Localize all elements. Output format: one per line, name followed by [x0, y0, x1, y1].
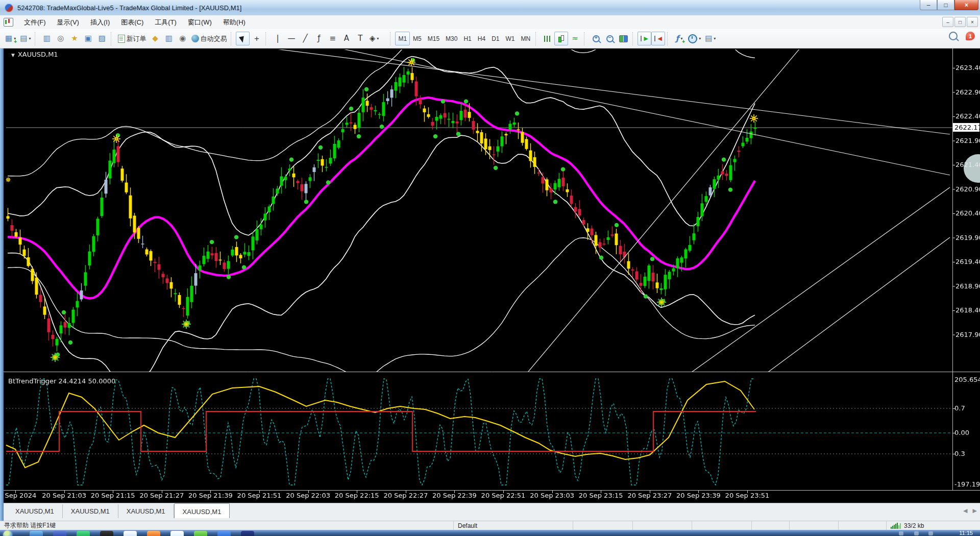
mdi-minimize-button[interactable]: –	[942, 17, 953, 27]
start-button[interactable]	[3, 530, 12, 536]
maximize-button[interactable]: □	[937, 0, 954, 10]
mdi-close-button[interactable]: ×	[967, 17, 978, 27]
chart-tab-2[interactable]: XAUUSD,M1	[63, 504, 118, 518]
status-cell	[752, 521, 790, 530]
time-axis-label: 20 Sep 23:27	[627, 492, 672, 499]
status-cell	[692, 521, 752, 530]
taskbar-icon-internet-explorer[interactable]	[30, 531, 43, 536]
speaker-icon: ◉	[179, 35, 186, 42]
symbol-label[interactable]: ▼XAUUSD,M1	[11, 51, 58, 58]
bar-chart-button[interactable]	[541, 32, 554, 45]
autotrading-button[interactable]: 自动交易	[189, 32, 229, 45]
menu-item[interactable]: 文件(F)	[18, 16, 52, 28]
taskbar-icon-finance-app[interactable]	[241, 531, 254, 536]
chart-window-icon[interactable]	[4, 18, 13, 27]
new-order-button[interactable]: 新订单	[116, 32, 148, 45]
taskbar-clock[interactable]: 11:15	[959, 530, 973, 536]
taskbar-icon-cloud-app[interactable]	[170, 531, 184, 536]
menu-item[interactable]: 窗口(W)	[182, 16, 217, 28]
timeframe-mn[interactable]: MN	[518, 32, 533, 45]
cursor-button[interactable]	[236, 32, 250, 45]
profiles-button[interactable]: ▤ ▾	[18, 32, 33, 45]
menu-item[interactable]: 帮助(H)	[217, 16, 251, 28]
timeframe-m15[interactable]: M15	[425, 32, 443, 45]
taskbar-icon-chat-app[interactable]	[194, 531, 207, 536]
close-button[interactable]: ×	[954, 0, 978, 10]
data-window-button[interactable]: ◎	[54, 32, 67, 45]
chart-shift-button[interactable]: ◀	[651, 32, 665, 45]
economic-calendar-button[interactable]: ▥	[162, 32, 176, 45]
auto-scroll-button[interactable]: ▶	[638, 32, 651, 45]
profile-text: Default	[458, 522, 477, 529]
zoom-in-button[interactable]: +	[589, 32, 603, 45]
menu-item[interactable]: 显示(V)	[52, 16, 85, 28]
line-chart-icon: ≈	[572, 35, 578, 42]
price-axis-label: 2618.40	[955, 306, 980, 314]
search-icon[interactable]	[949, 32, 958, 40]
timeframe-m5[interactable]: M5	[410, 32, 425, 45]
notifications-badge[interactable]: 1	[966, 32, 975, 40]
label-button[interactable]: T	[353, 32, 367, 45]
line-chart-button[interactable]: ≈	[568, 32, 582, 45]
depth-of-market-icon: ◆	[152, 35, 158, 42]
chart-shift-icon: ◀	[657, 36, 662, 41]
menu-item[interactable]: 图表(C)	[115, 16, 149, 28]
toolbar-separator	[231, 32, 234, 45]
taskbar-icon-firefox[interactable]	[147, 531, 160, 536]
taskbar-icon-notes-app[interactable]	[77, 531, 90, 536]
timeframe-m30[interactable]: M30	[443, 32, 460, 45]
candlestick-chart-button[interactable]	[554, 32, 568, 45]
plus-icon: +	[14, 39, 17, 44]
chart-tab-4[interactable]: XAUUSD,M1	[174, 503, 230, 518]
tab-scroll-left-icon[interactable]: ◀	[963, 507, 967, 514]
toolbar-separator	[35, 32, 38, 45]
timeframe-h1[interactable]: H1	[460, 32, 474, 45]
menu-item[interactable]: 插入(I)	[85, 16, 115, 28]
tile-windows-button[interactable]	[617, 32, 630, 45]
indicators-button[interactable]: ƒ+▾	[672, 32, 686, 45]
taskbar-icon-contacts-app[interactable]	[53, 531, 66, 536]
taskbar-icon-mail-app[interactable]	[217, 531, 231, 536]
menu-item[interactable]: 工具(T)	[149, 16, 182, 28]
zoom-out-button[interactable]: −	[603, 32, 617, 45]
taskbar-icon-music-app[interactable]	[100, 531, 113, 536]
time-axis-label: 20 Sep 23:03	[530, 492, 574, 499]
alerts-button[interactable]: ◉	[176, 32, 189, 45]
fibonacci-button[interactable]: ≡	[326, 32, 339, 45]
equidistant-channel-button[interactable]: ƒ	[312, 32, 326, 45]
tray-icon[interactable]	[914, 531, 919, 535]
periods-button[interactable]: ▾	[686, 32, 703, 45]
horizontal-line-button[interactable]: —	[284, 32, 298, 45]
timeframe-w1[interactable]: W1	[502, 32, 518, 45]
chart-canvas[interactable]	[0, 48, 980, 503]
new-chart-button[interactable]: ▦ + ▾	[3, 32, 18, 45]
vertical-line-button[interactable]: |	[271, 32, 284, 45]
mdi-restore-button[interactable]: □	[954, 17, 966, 27]
price-axis-label: 2623.40	[955, 64, 980, 71]
chart-tab-3[interactable]: XAUUSD,M1	[118, 504, 174, 518]
taskbar-icon-browser-drop-app[interactable]	[124, 531, 137, 536]
text-button[interactable]: A	[339, 32, 353, 45]
minimize-button[interactable]: –	[920, 0, 937, 10]
timeframe-m1[interactable]: M1	[395, 32, 410, 45]
tab-scroll-right-icon[interactable]: ▶	[973, 507, 977, 514]
depth-of-market-button[interactable]: ◆	[148, 32, 162, 45]
navigator-button[interactable]: ★	[67, 32, 81, 45]
timeframe-h4[interactable]: H4	[475, 32, 488, 45]
templates-button[interactable]: ▤▾	[703, 32, 718, 45]
status-cell	[633, 521, 692, 530]
trendline-button[interactable]: ╱	[298, 32, 312, 45]
status-profile-cell[interactable]: Default	[454, 521, 573, 530]
tray-icon[interactable]	[928, 531, 933, 535]
shapes-button[interactable]: ◈▾	[367, 32, 381, 45]
timeframe-d1[interactable]: D1	[488, 32, 502, 45]
crosshair-button[interactable]: +	[250, 32, 263, 45]
chart-tab-1[interactable]: XAUUSD,M1	[7, 504, 63, 518]
market-watch-button[interactable]: ▥	[40, 32, 54, 45]
strategy-tester-button[interactable]: ▨	[95, 32, 109, 45]
toolbar-separator	[632, 32, 635, 45]
tray-icon[interactable]	[899, 531, 903, 535]
help-text: 寻求帮助 请按F1键	[4, 521, 56, 530]
toolbox-button[interactable]: ▣	[81, 32, 95, 45]
candlestick-icon	[557, 35, 566, 43]
